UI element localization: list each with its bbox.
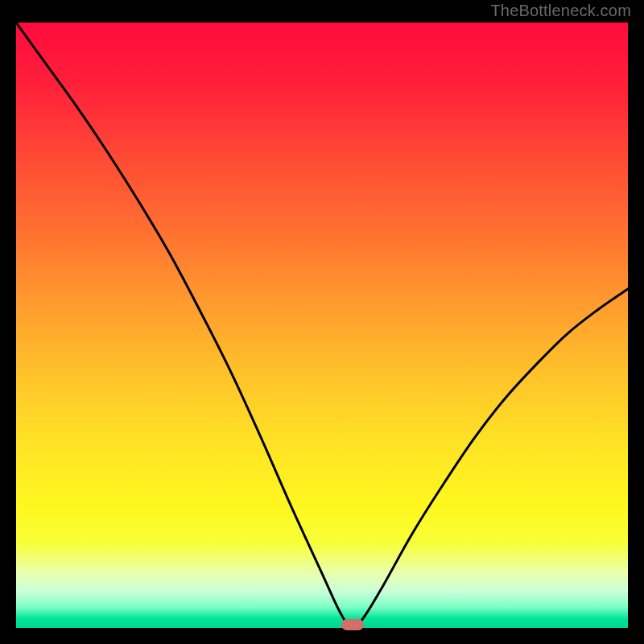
watermark-text: TheBottleneck.com [490, 2, 631, 20]
bottleneck-curve-path [16, 23, 628, 628]
chart-frame: TheBottleneck.com [0, 0, 644, 644]
plot-area [16, 23, 628, 628]
curve-svg [16, 23, 628, 628]
optimal-marker [341, 619, 364, 630]
